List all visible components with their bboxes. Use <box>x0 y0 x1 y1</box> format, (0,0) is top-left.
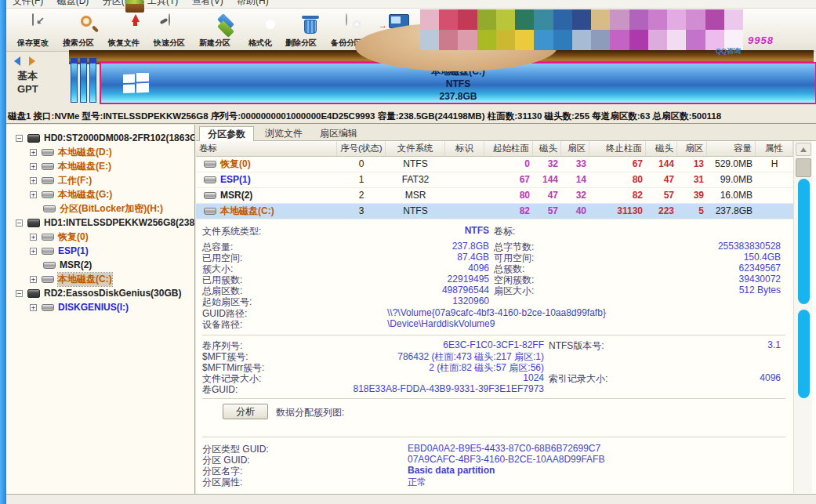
collapse-icon[interactable] <box>16 135 23 142</box>
tree-item-label: HD0:ST2000DM008-2FR102(1863GB) <box>44 132 195 143</box>
col-header: 序号(状态) <box>337 141 386 156</box>
toolbar: 保存更改 搜索分区 恢复文件 快速分区 新建分区 格式化 删除分区 备份分区 <box>6 9 816 52</box>
prev-disk-arrow-icon[interactable] <box>14 56 20 66</box>
table-row-c-selected[interactable]: 本地磁盘(C:) 3 NTFS 82 57 40 31130 223 5 237… <box>196 204 793 219</box>
volume-icon <box>42 149 54 156</box>
col-header: 文件系统 <box>386 141 445 156</box>
volume-icon <box>42 234 54 241</box>
col-header: 标识 <box>445 141 484 156</box>
detail-row: 卷GUID:818E33A8-FDDA-43B9-9331-39F3E1EF79… <box>202 383 792 397</box>
toolbar-button-label: 快速分区 <box>147 38 191 49</box>
partition-block-esp[interactable] <box>80 58 87 103</box>
tree-item-hd1[interactable]: HD1:INTELSSDPEKKW256G8(238GB) <box>6 216 194 230</box>
diskgenius-window: 文件(F) 磁盘(D) 分区(P) 工具(T) 查看(V) 帮助(H) 保存更改… <box>0 0 816 504</box>
quick-partition-button[interactable]: 快速分区 <box>147 11 191 50</box>
format-button[interactable]: 格式化 <box>238 11 282 50</box>
col-header: 磁头 <box>646 141 677 156</box>
table-row-msr[interactable]: MSR(2) 2 MSR 80 47 32 82 57 39 16.0MB <box>196 188 793 204</box>
toolbar-button-label: 恢复文件 <box>102 38 146 49</box>
scrollbar-thumb[interactable] <box>796 158 811 177</box>
expand-icon[interactable] <box>30 149 37 156</box>
expand-icon[interactable] <box>30 248 37 255</box>
table-row-recovery[interactable]: 恢复(0) 0 NTFS 0 32 33 67 144 13 529.0MB H <box>196 157 793 172</box>
delete-partition-button[interactable]: 删除分区 <box>279 11 323 50</box>
tree-item-diskgenius[interactable]: DISKGENIUS(I:) <box>6 300 194 314</box>
censor-mosaic <box>420 9 743 50</box>
recover-files-icon <box>113 14 135 36</box>
tree-item-label: 本地磁盘(C:) <box>58 273 112 286</box>
disk-icon <box>27 289 40 298</box>
save-changes-button[interactable]: 保存更改 <box>11 11 55 50</box>
menu-help[interactable]: 帮助(H) <box>237 0 269 8</box>
collapse-icon[interactable] <box>16 290 23 297</box>
tree-item-label: 本地磁盘(G:) <box>58 188 112 201</box>
volume-icon <box>204 208 216 215</box>
tab-bar: 分区参数 浏览文件 扇区编辑 <box>196 125 816 141</box>
censor-contact-text: QQ咨询 <box>716 46 741 56</box>
new-partition-button[interactable]: 新建分区 <box>193 11 237 50</box>
col-header: 扇区 <box>677 141 707 156</box>
tree-item-g[interactable]: 本地磁盘(G:) <box>6 187 194 201</box>
disk-status-line: 磁盘1 接口:NVMe 型号:INTELSSDPEKKW256G8 序列号:00… <box>6 108 816 124</box>
menu-view[interactable]: 查看(V) <box>192 0 223 8</box>
menu-file[interactable]: 文件(F) <box>13 0 43 8</box>
tree-item-e[interactable]: 本地磁盘(E:) <box>6 159 194 173</box>
tree-item-c-selected[interactable]: 本地磁盘(C:) <box>6 272 194 286</box>
volume-icon <box>42 276 54 283</box>
analyze-button[interactable]: 分析 <box>223 404 268 419</box>
tree-item-label: ESP(1) <box>58 245 89 256</box>
new-partition-icon <box>204 14 226 36</box>
tree-item-recovery[interactable]: 恢复(0) <box>6 230 194 244</box>
overlay-scrollbar-segment[interactable] <box>798 310 810 398</box>
tree-item-esp[interactable]: ESP(1) <box>6 244 194 258</box>
collapse-icon[interactable] <box>16 219 23 227</box>
vertical-scrollbar[interactable] <box>793 141 812 493</box>
search-partition-button[interactable]: 搜索分区 <box>56 11 100 50</box>
expand-icon[interactable] <box>30 163 37 170</box>
volume-icon <box>43 205 56 212</box>
volume-icon <box>43 262 56 269</box>
overlay-scrollbar-segment[interactable] <box>798 179 810 304</box>
tab-browse-files[interactable]: 浏览文件 <box>257 126 310 141</box>
col-header: 终止柱面 <box>589 141 646 156</box>
partition-block-recovery[interactable] <box>71 58 78 103</box>
tree-item-f[interactable]: 工作(F:) <box>6 173 194 187</box>
save-icon <box>22 14 44 36</box>
tree-item-hd0[interactable]: HD0:ST2000DM008-2FR102(1863GB) <box>6 131 194 145</box>
menu-tools[interactable]: 工具(T) <box>147 0 178 8</box>
tab-sector-edit[interactable]: 扇区编辑 <box>312 126 365 141</box>
expand-icon[interactable] <box>30 276 37 283</box>
expand-icon[interactable] <box>30 304 37 311</box>
recover-files-button[interactable]: 恢复文件 <box>102 11 146 50</box>
expand-icon[interactable] <box>30 177 37 184</box>
tab-partition-params[interactable]: 分区参数 <box>199 126 254 141</box>
toolbar-button-label: 删除分区 <box>279 38 323 49</box>
tree-item-label: 分区(BitLocker加密)(H:) <box>60 202 163 216</box>
expand-icon[interactable] <box>30 191 37 198</box>
censor-code-text: 9958 <box>748 34 774 46</box>
tree-item-d[interactable]: 本地磁盘(D:) <box>6 145 194 159</box>
tree-item-rd2[interactable]: RD2:EassosDiskGenius(30GB) <box>6 286 194 300</box>
col-header: 卷标 <box>196 141 337 156</box>
menu-disk[interactable]: 磁盘(D) <box>57 0 89 8</box>
toolbar-button-label: 保存更改 <box>11 38 55 49</box>
tree-item-label: 恢复(0) <box>58 230 89 244</box>
volume-icon <box>204 161 216 168</box>
volume-icon <box>42 163 54 170</box>
scroll-up-button[interactable] <box>796 143 811 156</box>
tree-item-label: 本地磁盘(E:) <box>58 160 111 173</box>
tree-item-label: RD2:EassosDiskGenius(30GB) <box>44 288 181 299</box>
table-row-esp[interactable]: ESP(1) 1 FAT32 67 144 14 80 47 31 99.0MB <box>196 172 793 188</box>
table-header-row: 卷标 序号(状态) 文件系统 标识 起始柱面 磁头 扇区 终止柱面 磁头 扇区 … <box>196 141 793 157</box>
partition-table: 卷标 序号(状态) 文件系统 标识 起始柱面 磁头 扇区 终止柱面 磁头 扇区 … <box>196 141 793 219</box>
partition-block-msr[interactable] <box>89 58 96 103</box>
next-disk-arrow-icon[interactable] <box>29 56 35 66</box>
separator <box>202 437 785 437</box>
expand-icon[interactable] <box>30 234 37 241</box>
tree-item-h[interactable]: 分区(BitLocker加密)(H:) <box>6 201 194 216</box>
disk-icon <box>27 219 40 227</box>
volume-icon <box>204 176 216 183</box>
backup-partition-icon <box>335 14 357 36</box>
tree-item-msr[interactable]: MSR(2) <box>6 258 194 272</box>
partition-table-type: 基本 GPT <box>17 69 64 96</box>
